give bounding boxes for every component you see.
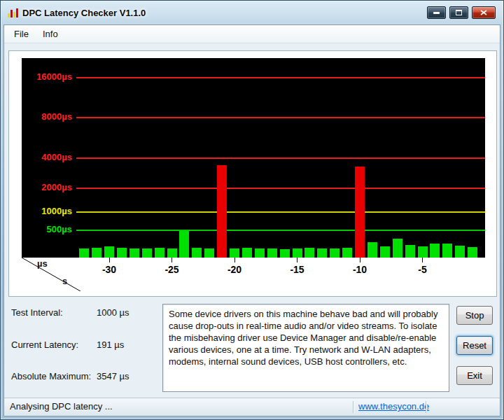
client-area: File Info 16000µs8000µs4000µs2000µs1000µ…	[4, 24, 500, 416]
thesycon-link[interactable]: www.thesycon.de	[358, 398, 429, 415]
title-bar[interactable]: DPC Latency Checker V1.1.0	[1, 1, 503, 24]
threshold-line-4000	[76, 158, 485, 159]
minimize-icon	[433, 12, 440, 14]
latency-bar	[255, 248, 265, 258]
status-text: Analysing DPC latency ...	[10, 398, 113, 415]
latency-chart-panel: 16000µs8000µs4000µs2000µs1000µs500µs µs …	[8, 50, 497, 297]
menu-item-file[interactable]: File	[7, 26, 36, 42]
window-title: DPC Latency Checker V1.1.0	[22, 8, 146, 18]
x-tick-label: -15	[282, 264, 313, 275]
stop-button[interactable]: Stop	[456, 306, 493, 325]
x-tick	[109, 258, 110, 262]
latency-bar	[155, 248, 164, 258]
threshold-line-2000	[76, 188, 485, 189]
absolute-maximum-label: Absolute Maximum:	[11, 371, 94, 382]
threshold-line-1000	[76, 211, 485, 213]
latency-bar	[455, 246, 465, 258]
latency-bar	[242, 248, 252, 258]
latency-bar	[130, 248, 139, 258]
close-button[interactable]	[472, 6, 496, 19]
app-window: DPC Latency Checker V1.1.0 File Info 160…	[0, 0, 504, 420]
test-interval-value: 1000 µs	[97, 307, 130, 318]
current-latency-value: 191 µs	[97, 340, 124, 350]
plot-area: 16000µs8000µs4000µs2000µs1000µs500µs	[22, 58, 485, 258]
x-tick	[360, 258, 360, 262]
threshold-line-8000	[76, 117, 485, 118]
x-tick-label: -5	[407, 264, 438, 275]
current-latency-label: Current Latency:	[11, 340, 94, 350]
latency-bar	[368, 242, 377, 258]
latency-bar	[142, 248, 152, 258]
latency-bar	[230, 248, 239, 258]
latency-bar	[92, 248, 102, 258]
close-icon	[480, 10, 487, 15]
latency-bar	[430, 244, 440, 258]
latency-bar	[468, 247, 477, 258]
x-unit-label: s	[62, 276, 67, 286]
maximize-button[interactable]	[449, 6, 468, 19]
app-icon	[7, 7, 18, 18]
threshold-label-500: 500µs	[22, 224, 72, 234]
x-tick	[172, 258, 172, 262]
latency-bar	[405, 245, 415, 258]
threshold-label-16000: 16000µs	[22, 71, 72, 82]
latency-bar	[342, 248, 352, 258]
x-tick-label: -20	[219, 264, 250, 275]
x-tick	[297, 258, 298, 262]
x-tick-label: -10	[344, 264, 375, 275]
threshold-label-1000: 1000µs	[22, 206, 72, 216]
absolute-maximum-value: 3547 µs	[97, 371, 130, 382]
latency-bar	[167, 248, 177, 258]
latency-bar	[104, 246, 114, 258]
statusbar-divider	[353, 401, 354, 413]
reset-button[interactable]: Reset	[456, 336, 493, 355]
latency-bar	[179, 231, 189, 258]
latency-bar	[204, 248, 214, 258]
test-interval-label: Test Interval:	[11, 307, 94, 318]
x-tick-label: -30	[94, 264, 125, 275]
latency-bar	[317, 248, 327, 258]
x-tick-label: -25	[157, 264, 188, 275]
latency-bar	[393, 239, 402, 258]
threshold-label-8000: 8000µs	[22, 111, 72, 122]
latency-bar	[192, 248, 202, 258]
advice-text-box: Some device drivers on this machine beha…	[162, 304, 449, 392]
menu-item-info[interactable]: Info	[36, 26, 65, 42]
latency-bar	[442, 244, 452, 258]
status-bar: Analysing DPC latency ... www.thesycon.d…	[4, 398, 500, 416]
latency-bar	[380, 246, 390, 258]
y-unit-label: µs	[37, 258, 48, 269]
x-tick	[234, 258, 235, 262]
exit-button[interactable]: Exit	[456, 366, 493, 385]
latency-bar	[267, 248, 277, 258]
latency-bar	[418, 246, 428, 258]
minimize-button[interactable]	[427, 6, 446, 19]
latency-bar	[293, 248, 302, 258]
menu-bar: File Info	[4, 25, 500, 43]
latency-bar	[217, 165, 227, 258]
latency-bar	[330, 248, 340, 258]
latency-bar	[117, 248, 127, 258]
axis-units-corner: µs s	[22, 258, 80, 291]
x-axis: µs s -30-25-20-15-10-5	[22, 258, 485, 293]
maximize-icon	[456, 10, 462, 15]
window-controls	[427, 6, 496, 19]
latency-bar	[280, 249, 290, 258]
statusbar-divider-2	[426, 401, 427, 413]
threshold-label-2000: 2000µs	[22, 182, 72, 192]
latency-bar	[355, 167, 365, 258]
latency-bar	[79, 248, 89, 258]
threshold-label-4000: 4000µs	[22, 152, 72, 162]
threshold-line-16000	[76, 77, 485, 78]
x-tick	[422, 258, 423, 262]
latency-bar	[304, 248, 314, 258]
threshold-line-500	[76, 230, 485, 231]
